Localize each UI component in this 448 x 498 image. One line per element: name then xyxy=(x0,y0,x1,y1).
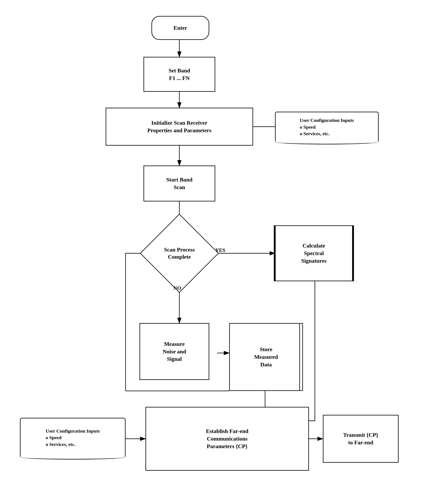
calculate-spectral-shape: Calculate Spectral Signatures xyxy=(275,225,353,281)
flowchart: Enter Set Band F1 ... FN Initialize Scan… xyxy=(0,0,448,498)
enter-label: Enter xyxy=(174,24,187,32)
start-band-scan-shape: Start Band Scan xyxy=(144,166,215,201)
set-band-shape: Set Band F1 ... FN xyxy=(144,57,215,92)
establish-far-end-shape: Establish Far-end Communications Paramet… xyxy=(145,407,309,471)
scan-process-wrapper: Scan Process Complete xyxy=(131,225,227,281)
transmit-cp-shape: Transmit {CP} to Far-end xyxy=(323,415,399,463)
start-band-scan-label: Start Band Scan xyxy=(166,176,192,191)
measure-noise-label: Measure Noise and Signal xyxy=(163,340,186,363)
transmit-cp-label: Transmit {CP} to Far-end xyxy=(343,431,378,446)
user-config-bottom-label: User Configuration Inputs o Speed o Serv… xyxy=(46,428,100,448)
user-config-bottom-shape: User Configuration Inputs o Speed o Serv… xyxy=(20,418,126,458)
yes-label: YES xyxy=(215,247,225,253)
store-measured-shape: Store Measured Data xyxy=(229,323,303,391)
enter-shape: Enter xyxy=(151,16,209,40)
user-config-top-shape: User Configuration Inputs o Speed o Serv… xyxy=(275,112,379,143)
initialize-label: Initialize Scan Receiver Properties and … xyxy=(147,119,211,134)
store-measured-label: Store Measured Data xyxy=(254,346,278,368)
measure-noise-shape: Measure Noise and Signal xyxy=(140,323,209,380)
scan-process-label: Scan Process Complete xyxy=(164,246,195,261)
calculate-spectral-label: Calculate Spectral Signatures xyxy=(301,242,326,265)
no-label: NO xyxy=(173,285,181,291)
initialize-shape: Initialize Scan Receiver Properties and … xyxy=(106,108,253,146)
set-band-label: Set Band F1 ... FN xyxy=(169,67,190,82)
establish-far-end-label: Establish Far-end Communications Paramet… xyxy=(206,427,249,450)
user-config-top-label: User Configuration Inputs o Speed o Serv… xyxy=(300,117,354,137)
